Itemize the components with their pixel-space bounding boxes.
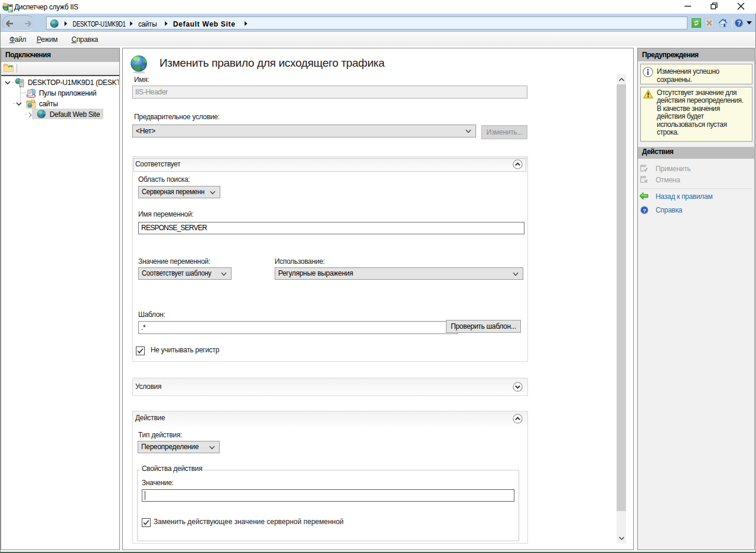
svg-text:?: ? bbox=[737, 19, 741, 27]
